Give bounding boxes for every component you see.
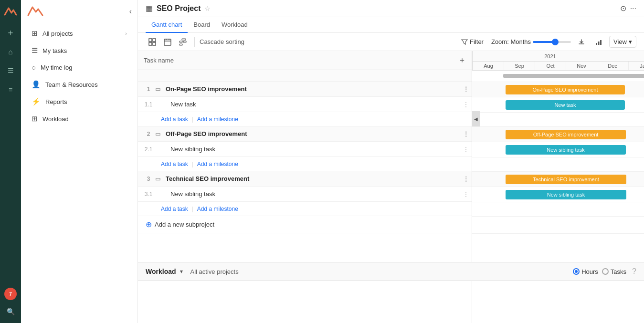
back-button[interactable]: ‹ <box>129 7 132 16</box>
expand-icon[interactable]: ▭ <box>155 131 165 137</box>
radio-group: Hours Tasks <box>573 268 626 275</box>
expand-icon[interactable]: ▭ <box>155 176 165 182</box>
chart-row-sub3: New sibling task <box>472 187 644 202</box>
svg-rect-13 <box>598 42 600 45</box>
sidebar-label-my-tasks: My tasks <box>42 47 67 54</box>
chart-row-add1 <box>472 113 644 127</box>
menu-icon[interactable]: ≡ <box>3 82 18 97</box>
sidebar-label-all-projects: All projects <box>42 30 73 37</box>
hours-radio-dot <box>573 268 580 275</box>
more-button[interactable]: ··· <box>630 4 636 13</box>
hours-radio[interactable]: Hours <box>573 268 598 275</box>
gantt-bar-sub1: New task <box>506 100 625 110</box>
svg-rect-2 <box>149 42 152 45</box>
svg-rect-9 <box>179 41 182 42</box>
sidebar-item-my-time-log[interactable]: ○ My time log <box>24 60 135 75</box>
svg-rect-12 <box>596 43 597 45</box>
hours-label: Hours <box>581 268 598 275</box>
separator: | <box>192 206 193 212</box>
task-name: Technical SEO improvement <box>165 175 460 182</box>
svg-rect-10 <box>183 41 186 42</box>
row-menu-button[interactable]: ⋮ <box>460 175 472 183</box>
add-row: Add a task | Add a milestone <box>138 112 472 126</box>
year-2022-label: 2022 <box>628 51 644 62</box>
workload-left-panel <box>138 281 472 323</box>
add-task-link[interactable]: Add a task <box>161 161 188 167</box>
arrow-icon: › <box>125 31 127 36</box>
chart-icon: ⚡ <box>32 97 41 106</box>
add-milestone-link[interactable]: Add a milestone <box>197 116 238 123</box>
tab-gantt-chart[interactable]: Gantt chart <box>146 17 188 33</box>
clock-icon: ○ <box>32 63 36 72</box>
table-row: 3.1 New sibling task ⋮ <box>138 187 472 202</box>
sidebar-nav: ⊞ All projects › ☰ My tasks ○ My time lo… <box>21 23 137 129</box>
toolbar-right: Filter Zoom: Months View ▾ <box>457 36 636 48</box>
tasks-icon[interactable]: ☰ <box>3 63 18 78</box>
add-subproject-label: Add a new subproject <box>155 221 214 228</box>
app-logo[interactable] <box>3 4 18 19</box>
gantt-bar-group3: Technical SEO improvement <box>506 175 626 184</box>
sidebar-item-my-tasks[interactable]: ☰ My tasks <box>24 42 135 59</box>
chart-panel: 2021 Aug Sep Oct Nov Dec 2022 <box>472 51 644 262</box>
help-icon[interactable]: ? <box>632 267 636 276</box>
row-number: 1.1 <box>142 101 155 108</box>
row-menu-button[interactable]: ⋮ <box>460 101 472 108</box>
topbar: ▦ SEO Project ☆ ⊙ ··· <box>138 0 644 17</box>
workload-title: Workload <box>146 268 176 275</box>
table-row: 1.1 New task ⋮ <box>138 97 472 112</box>
row-menu-button[interactable]: ⋮ <box>460 85 472 93</box>
gantt-bar-group2: Off-Page SEO improvement <box>506 130 626 139</box>
row-number: 2.1 <box>142 146 155 153</box>
workload-chart <box>138 281 644 323</box>
hierarchy-view-button[interactable] <box>176 36 190 48</box>
add-milestone-link[interactable]: Add a milestone <box>197 161 238 167</box>
year-2021-label: 2021 <box>473 51 628 62</box>
filter-button[interactable]: Filter <box>457 36 487 47</box>
task-panel: Task name ＋ 1 ▭ On-Page SEO improvement … <box>138 51 472 262</box>
chart-row-sub2: New sibling task <box>472 142 644 157</box>
zoom-slider[interactable] <box>533 41 571 43</box>
scroll-left-button[interactable]: ◀ <box>472 111 480 126</box>
row-menu-button[interactable]: ⋮ <box>460 190 472 198</box>
sidebar-label-my-time-log: My time log <box>41 64 72 71</box>
export-button[interactable] <box>575 36 588 48</box>
table-row: 3 ▭ Technical SEO improvement ⋮ <box>138 171 472 187</box>
sidebar-item-workload[interactable]: ⊞ Workload <box>24 111 135 127</box>
chart-row-add2 <box>472 157 644 172</box>
plus-circle-icon: ⊕ <box>146 220 152 229</box>
add-task-link[interactable]: Add a task <box>161 116 188 123</box>
add-task-link[interactable]: Add a task <box>161 206 188 212</box>
grid-view-button[interactable] <box>146 36 159 48</box>
star-icon[interactable]: ☆ <box>204 5 211 12</box>
add-task-header-button[interactable]: ＋ <box>458 55 466 65</box>
workload-icon: ⊞ <box>32 115 38 123</box>
calendar-view-button[interactable] <box>161 36 174 48</box>
search-icon[interactable]: 🔍 <box>3 304 18 319</box>
task-name: Off-Page SEO improvement <box>165 130 460 137</box>
workload-toggle-button[interactable]: ▾ <box>180 268 183 275</box>
view-button[interactable]: View ▾ <box>609 36 636 48</box>
history-button[interactable]: ⊙ <box>620 4 626 13</box>
tasks-radio[interactable]: Tasks <box>602 268 626 275</box>
sidebar-item-team-resources[interactable]: 👤 Team & Resources <box>24 76 135 93</box>
home-icon[interactable]: ⌂ <box>3 44 18 59</box>
add-milestone-link[interactable]: Add a milestone <box>197 206 238 212</box>
sidebar-item-reports[interactable]: ⚡ Reports <box>24 94 135 110</box>
svg-rect-11 <box>179 44 182 45</box>
chart-button[interactable] <box>592 36 605 48</box>
toolbar-divider <box>194 37 195 47</box>
row-menu-button[interactable]: ⋮ <box>460 130 472 138</box>
tab-workload[interactable]: Workload <box>216 17 253 33</box>
row-menu-button[interactable]: ⋮ <box>460 146 472 153</box>
add-row: Add a task | Add a milestone <box>138 202 472 216</box>
tab-board[interactable]: Board <box>188 17 216 33</box>
chart-row-sub1: New task <box>472 97 644 113</box>
add-button[interactable]: ＋ <box>3 25 18 40</box>
gantt-bar-group1: On-Page SEO improvement <box>506 85 625 94</box>
grid-icon: ⊞ <box>32 29 38 38</box>
add-subproject-row[interactable]: ⊕ Add a new subproject <box>138 216 472 233</box>
filter-label: Filter <box>470 38 484 45</box>
sidebar-item-all-projects[interactable]: ⊞ All projects › <box>24 25 135 42</box>
expand-icon[interactable]: ▭ <box>155 86 165 93</box>
user-avatar[interactable]: 7 <box>4 288 17 300</box>
